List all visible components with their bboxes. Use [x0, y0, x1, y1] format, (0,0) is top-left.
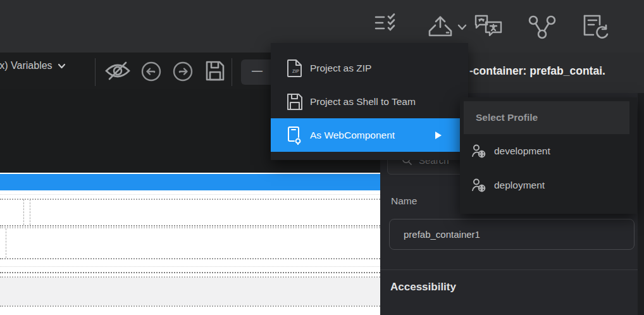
svg-text:ZIP: ZIP [292, 69, 299, 73]
submenu-item-label: deployment [494, 180, 545, 191]
name-field-label: Name [391, 195, 417, 207]
menu-item-project-as-shell[interactable]: Project as Shell to Team [271, 85, 468, 118]
widget-outline [23, 199, 24, 225]
toolbar-divider [95, 58, 96, 86]
menu-item-label: Project as Shell to Team [310, 96, 416, 108]
submenu-item-label: development [494, 145, 550, 157]
submenu-arrow-icon [434, 131, 442, 140]
file-sync-icon[interactable] [581, 13, 611, 39]
accessibility-section-header[interactable]: Accessibility [390, 281, 456, 293]
widget-outline [6, 228, 6, 258]
export-dropdown-menu: ZIP Project as ZIP Project as Shell to T… [271, 43, 468, 160]
translate-icon[interactable] [473, 13, 506, 39]
section-divider [380, 269, 644, 270]
canvas-selected-header-widget[interactable] [0, 174, 380, 190]
widget-outline [0, 194, 380, 195]
widget-outline [0, 258, 380, 259]
toolbar-divider [232, 58, 232, 86]
chevron-down-icon [58, 63, 66, 69]
canvas-page[interactable] [0, 173, 380, 315]
chevron-down-icon[interactable] [457, 24, 467, 30]
menu-item-label: Project as ZIP [310, 63, 371, 74]
submenu-item-deployment[interactable]: deployment [460, 168, 637, 202]
save-icon [287, 93, 303, 111]
profile-gear-icon [471, 178, 486, 192]
webcomponent-icon [287, 126, 303, 145]
widget-outline [30, 199, 30, 225]
eye-slash-icon[interactable] [104, 61, 131, 81]
undo-icon[interactable] [140, 61, 162, 82]
variables-label: (x) Variables [0, 60, 53, 71]
app-window: -container: prefab_contai. Search Name A… [0, 0, 644, 315]
widget-outline [0, 272, 380, 273]
panel-scrollbar[interactable] [638, 93, 644, 315]
widget-outline [0, 266, 380, 267]
widget-outline [0, 199, 380, 200]
menu-item-project-as-zip[interactable]: ZIP Project as ZIP [271, 51, 468, 85]
menu-item-as-webcomponent[interactable]: As WebComponent [271, 118, 468, 152]
select-profile-header: Select Profile [464, 101, 629, 134]
export-upload-icon[interactable] [426, 15, 454, 39]
selected-widget-title: -container: prefab_contai. [469, 65, 605, 78]
variables-dropdown-button[interactable]: (x) Variables [0, 60, 66, 71]
profile-gear-icon [471, 144, 486, 158]
widget-name-input[interactable] [389, 219, 635, 250]
zip-file-icon: ZIP [287, 59, 303, 78]
profile-submenu: Select Profile development [460, 97, 637, 214]
widget-outline [0, 227, 380, 228]
widget-placeholder-block[interactable] [0, 278, 380, 306]
zoom-out-button[interactable]: — [252, 65, 263, 77]
widget-outline [0, 225, 380, 226]
menu-item-label: As WebComponent [310, 130, 395, 141]
share-graph-icon[interactable] [527, 15, 557, 40]
submenu-item-development[interactable]: development [460, 134, 637, 168]
redo-icon[interactable] [172, 61, 194, 82]
widget-outline [0, 306, 380, 307]
save-icon[interactable] [205, 60, 225, 82]
checklist-icon[interactable] [374, 13, 399, 32]
